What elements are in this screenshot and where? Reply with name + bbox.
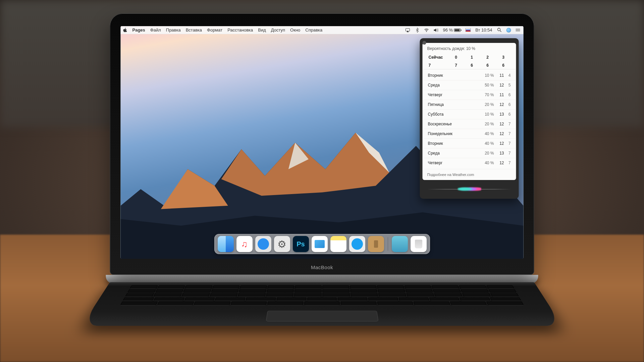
day-low: 7 [504,161,511,165]
weather-card: Вероятность дождя: 10 % Сейчас 0 1 2 3 7… [423,43,516,180]
day-low: 4 [504,73,511,78]
battery-status[interactable]: 96 % [443,27,461,33]
day-high: 12 [494,161,504,165]
day-low: 6 [504,112,511,117]
weather-day-row: Пятница20 %126 [423,100,516,110]
day-low: 6 [504,93,511,97]
menubar-item[interactable]: Файл [150,27,161,33]
dock-separator [388,237,388,251]
dock-app-system-preferences[interactable] [274,236,290,252]
day-low: 7 [504,151,511,156]
siri-icon[interactable] [506,28,511,33]
day-high: 11 [494,73,504,78]
day-high: 12 [494,102,504,107]
weather-hour-values: 7 7 6 6 6 [423,61,516,69]
dock [214,234,430,254]
day-precip: 10 % [479,112,494,117]
weather-day-row: Четверг40 %127 [423,158,516,168]
weather-day-row: Среда20 %137 [423,148,516,158]
weather-footer-link[interactable]: Подробнее на Weather.com [423,169,516,180]
day-name: Пятница [428,102,479,107]
weather-day-row: Воскресенье20 %127 [423,119,516,129]
wifi-icon[interactable] [424,28,429,33]
menubar-app-name[interactable]: Pages [132,27,145,33]
dock-app-music[interactable] [236,236,253,252]
day-precip: 20 % [479,122,494,126]
day-high: 13 [494,151,504,156]
battery-percent: 96 % [443,27,453,33]
day-name: Четверг [428,161,479,165]
day-precip: 20 % [479,151,494,156]
day-name: Вторник [428,141,479,146]
svg-line-11 [500,31,501,32]
day-precip: 40 % [479,161,494,165]
close-icon[interactable] [423,41,426,45]
siri-result-panel: Вероятность дождя: 10 % Сейчас 0 1 2 3 7… [420,38,519,199]
weather-day-row: Среда50 %125 [423,80,516,90]
weather-day-row: Понедельник40 %127 [423,129,516,139]
weather-daily-list: Вторник10 %114Среда50 %125Четверг70 %116… [423,69,516,169]
apple-menu-icon[interactable] [123,28,127,33]
day-precip: 50 % [479,83,494,87]
menubar-item[interactable]: Справка [305,27,322,33]
day-high: 12 [494,122,504,126]
weather-day-row: Вторник10 %114 [423,71,516,80]
dock-trash[interactable] [411,236,427,252]
siri-waveform-icon[interactable] [423,182,516,196]
svg-point-8 [426,31,427,32]
svg-point-10 [497,28,500,31]
menubar-clock[interactable]: Вт 10:54 [475,27,492,33]
dock-app-photoshop[interactable] [293,236,309,252]
laptop: Pages Файл Правка Вставка Формат Расстан… [110,13,534,349]
notification-center-icon[interactable] [516,29,520,31]
menubar-item[interactable]: Вставка [186,27,202,33]
input-source-flag-icon[interactable] [465,28,471,32]
day-name: Четверг [428,93,479,97]
menubar-item[interactable]: Расстановка [227,27,253,33]
day-precip: 40 % [479,141,494,146]
macos-screen: Pages Файл Правка Вставка Формат Расстан… [121,26,524,259]
day-low: 5 [504,83,511,87]
day-high: 12 [494,131,504,136]
menubar-item[interactable]: Формат [207,27,222,33]
spotlight-icon[interactable] [497,28,502,33]
menubar-item[interactable]: Вид [258,27,266,33]
screen-bezel: Pages Файл Правка Вставка Формат Расстан… [110,13,534,275]
day-precip: 10 % [479,73,494,78]
day-name: Среда [428,83,479,87]
laptop-brand-label: MacBook [311,264,333,270]
day-low: 7 [504,141,511,146]
day-high: 11 [494,93,504,97]
dock-app-notes[interactable] [330,236,346,252]
day-low: 7 [504,122,511,126]
bluetooth-icon[interactable] [415,28,420,33]
dock-app-finder[interactable] [218,236,234,252]
keyboard [120,285,524,305]
menubar-item[interactable]: Доступ [271,27,285,33]
dock-app-twitter[interactable] [349,236,365,252]
day-high: 12 [494,141,504,146]
day-name: Понедельник [428,131,479,136]
dock-app-displays[interactable] [392,236,408,252]
dock-app-contacts[interactable] [368,236,384,252]
dock-app-safari[interactable] [255,236,271,252]
day-precip: 70 % [479,93,494,97]
day-name: Среда [428,151,479,156]
menubar-item[interactable]: Правка [166,27,181,33]
day-high: 13 [494,112,504,117]
day-precip: 40 % [479,131,494,136]
weather-hour-labels: Сейчас 0 1 2 3 [423,53,516,61]
day-high: 12 [494,83,504,87]
weather-day-row: Суббота10 %136 [423,110,516,119]
airplay-icon[interactable] [406,28,410,33]
day-low: 6 [504,102,511,107]
trackpad [266,311,378,321]
day-name: Суббота [428,112,479,117]
volume-icon[interactable] [434,28,438,33]
day-name: Вторник [428,73,479,78]
menubar: Pages Файл Правка Вставка Формат Расстан… [121,26,524,34]
weather-day-row: Четверг70 %116 [423,90,516,100]
menubar-item[interactable]: Окно [290,27,300,33]
day-low: 7 [504,131,511,136]
dock-app-preview[interactable] [312,236,328,252]
